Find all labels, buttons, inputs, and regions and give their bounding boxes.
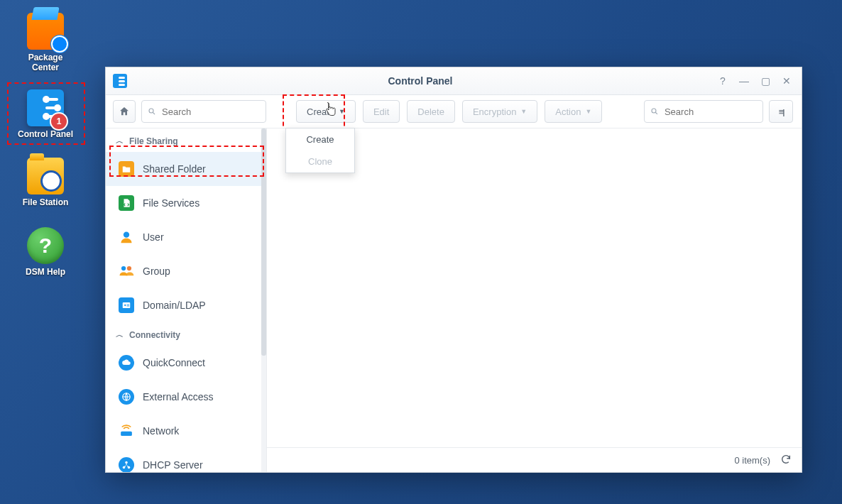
sidebar-search-input[interactable] xyxy=(160,106,260,118)
folder-share-icon xyxy=(119,161,134,177)
sidebar-item-group[interactable]: Group xyxy=(106,254,266,288)
network-node-icon xyxy=(119,457,134,472)
window-maximize-button[interactable]: ▢ xyxy=(756,73,775,89)
desktop-icon-file-station[interactable]: File Station xyxy=(16,158,75,207)
sidebar-section-connectivity[interactable]: ︿ Connectivity xyxy=(106,322,266,346)
refresh-button[interactable] xyxy=(780,454,792,467)
home-icon xyxy=(119,106,130,117)
svg-line-1 xyxy=(153,113,155,115)
sidebar-item-label: QuickConnect xyxy=(143,357,205,368)
titlebar[interactable]: Control Panel ? — ▢ ✕ xyxy=(106,67,802,95)
chevron-down-icon: ▼ xyxy=(585,108,591,115)
delete-button-label: Delete xyxy=(417,106,444,117)
router-icon xyxy=(119,423,134,439)
encryption-button-label: Encryption xyxy=(473,106,516,117)
desktop-icon-label: DSM Help xyxy=(16,267,75,277)
svg-point-6 xyxy=(127,266,131,270)
svg-point-8 xyxy=(124,305,126,306)
user-icon xyxy=(119,229,134,245)
window-title: Control Panel xyxy=(127,75,713,87)
sidebar-item-external-access[interactable]: External Access xyxy=(106,380,266,414)
svg-rect-7 xyxy=(123,302,131,308)
sidebar-item-label: Network xyxy=(143,425,179,437)
desktop-icon-label: Control Panel xyxy=(16,129,75,139)
svg-rect-10 xyxy=(127,306,130,307)
control-panel-window: Control Panel ? — ▢ ✕ Create ▼ Edit Dele… xyxy=(105,67,802,473)
file-arrows-icon xyxy=(119,195,134,211)
svg-point-5 xyxy=(121,266,126,270)
window-help-button[interactable]: ? xyxy=(713,73,732,89)
svg-line-3 xyxy=(655,112,657,114)
scrollbar-thumb[interactable] xyxy=(261,128,266,356)
create-button[interactable]: Create ▼ xyxy=(296,100,356,123)
edit-button-label: Edit xyxy=(373,106,389,117)
create-dropdown: Create Clone xyxy=(285,128,355,173)
svg-point-2 xyxy=(652,109,656,113)
home-button[interactable] xyxy=(113,100,136,123)
sidebar-item-network[interactable]: Network xyxy=(106,414,266,448)
sidebar-item-quickconnect[interactable]: QuickConnect xyxy=(106,346,266,380)
id-card-icon xyxy=(119,297,134,313)
edit-button[interactable]: Edit xyxy=(363,100,400,123)
app-icon xyxy=(113,74,127,88)
window-close-button[interactable]: ✕ xyxy=(777,73,796,89)
sort-button[interactable]: ≡| xyxy=(769,100,793,123)
sort-icon: ≡| xyxy=(779,106,783,117)
svg-point-13 xyxy=(125,461,128,464)
sidebar-section-file-sharing[interactable]: ︿ File Sharing xyxy=(106,128,266,152)
sidebar-item-label: User xyxy=(143,231,164,243)
sidebar-item-label: Domain/LDAP xyxy=(143,300,206,311)
sidebar-item-dhcp-server[interactable]: DHCP Server xyxy=(106,448,266,472)
chevron-down-icon: ▼ xyxy=(339,108,345,115)
item-count: 0 item(s) xyxy=(734,455,770,466)
folder-search-icon xyxy=(27,158,64,195)
sidebar-item-user[interactable]: User xyxy=(106,220,266,254)
toolbar: Create ▼ Edit Delete Encryption ▼ Action… xyxy=(106,95,802,128)
action-button-label: Action xyxy=(555,106,581,117)
sidebar-item-label: Group xyxy=(143,265,170,277)
shopping-bag-icon xyxy=(27,13,64,50)
action-button[interactable]: Action ▼ xyxy=(545,100,602,123)
cloud-link-icon xyxy=(119,355,134,371)
sidebar-item-label: Shared Folder xyxy=(143,163,206,175)
refresh-icon xyxy=(780,454,792,465)
desktop-icon-dsm-help[interactable]: ? DSM Help xyxy=(16,227,75,277)
sidebar-search[interactable] xyxy=(141,100,266,123)
svg-point-0 xyxy=(149,109,153,113)
create-button-label: Create xyxy=(307,106,334,117)
encryption-button[interactable]: Encryption ▼ xyxy=(462,100,537,123)
content-search[interactable] xyxy=(644,100,763,123)
sidebar-item-domain-ldap[interactable]: Domain/LDAP xyxy=(106,288,266,322)
sliders-icon: 1 xyxy=(27,89,64,126)
sidebar: ︿ File Sharing Shared Folder File Servic… xyxy=(106,128,267,472)
section-title: File Sharing xyxy=(129,136,178,146)
dropdown-item-create[interactable]: Create xyxy=(286,128,354,150)
sidebar-item-file-services[interactable]: File Services xyxy=(106,186,266,220)
sidebar-item-label: DHCP Server xyxy=(143,459,203,471)
delete-button[interactable]: Delete xyxy=(407,100,455,123)
group-icon xyxy=(119,263,134,279)
search-icon xyxy=(148,106,156,116)
chevron-up-icon: ︿ xyxy=(116,329,124,340)
chevron-down-icon: ▼ xyxy=(520,108,527,115)
notification-badge: 1 xyxy=(50,112,68,131)
svg-point-4 xyxy=(124,232,129,238)
svg-rect-12 xyxy=(121,432,132,436)
scrollbar-track[interactable] xyxy=(261,128,266,472)
chevron-up-icon: ︿ xyxy=(116,136,124,146)
dropdown-item-clone[interactable]: Clone xyxy=(286,150,354,172)
desktop-icon-label: Package Center xyxy=(16,53,75,72)
content-area: 0 item(s) xyxy=(267,128,802,472)
desktop-icon-control-panel[interactable]: 1 Control Panel xyxy=(16,89,75,139)
sidebar-item-shared-folder[interactable]: Shared Folder xyxy=(106,152,266,186)
window-minimize-button[interactable]: — xyxy=(735,73,753,89)
svg-rect-9 xyxy=(127,305,130,305)
status-bar: 0 item(s) xyxy=(267,447,802,472)
sidebar-item-label: External Access xyxy=(143,391,214,402)
content-search-input[interactable] xyxy=(663,106,757,118)
sidebar-item-label: File Services xyxy=(143,197,199,209)
help-icon: ? xyxy=(27,227,64,264)
section-title: Connectivity xyxy=(129,330,180,340)
globe-icon xyxy=(119,389,134,405)
desktop-icon-package-center[interactable]: Package Center xyxy=(16,13,75,72)
